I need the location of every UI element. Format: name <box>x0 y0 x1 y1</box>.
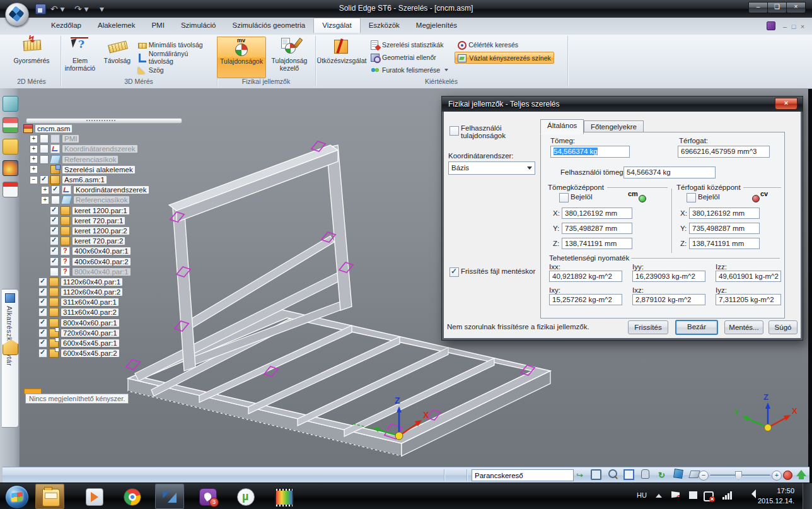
ixz-field[interactable]: 2,879102 kg-m^2 <box>632 294 705 305</box>
tree-item-assembly-features[interactable]: Szerelési alakelemek <box>23 165 187 175</box>
taskbar-utorrent-button[interactable] <box>231 484 260 509</box>
angle-button[interactable]: Szög <box>135 64 217 75</box>
tree-checkbox[interactable] <box>50 237 59 245</box>
parts-library-tab[interactable]: Alkatrészkönyvtár <box>2 289 19 428</box>
help-button[interactable]: Súgó <box>768 320 798 334</box>
zoom-area-icon[interactable] <box>590 469 602 481</box>
tree-item-part[interactable]: 400x60x40.par:2 <box>23 256 187 266</box>
volume-field[interactable]: 6966216,457959 mm^3 <box>678 146 770 158</box>
layers-icon[interactable] <box>3 96 18 112</box>
update-button[interactable]: Frissítés <box>628 320 668 334</box>
dialog-title-bar[interactable]: Fizikai jellemzők - Teljes szerelés × <box>442 97 803 112</box>
expander-icon[interactable] <box>30 135 38 143</box>
fit-icon[interactable] <box>623 469 635 481</box>
tray-clock[interactable]: 17:50 2015.12.14. <box>758 486 794 506</box>
interference-check-button[interactable]: Ütközésvizsgálat <box>315 37 368 76</box>
tree-item-part[interactable]: 800x40x60.par:1 <box>23 318 187 328</box>
sketch-constraint-colors-button[interactable]: Vázlat kényszerezés színek <box>455 52 554 64</box>
tree-item-part[interactable]: 720x60x40.par:1 <box>23 328 187 338</box>
tree-item-part[interactable]: 1120x60x40.par:2 <box>23 287 187 297</box>
network-icon[interactable] <box>722 491 734 500</box>
command-finder-input[interactable] <box>472 469 574 481</box>
taskbar-image-viewer-button[interactable] <box>269 484 298 509</box>
application-button[interactable] <box>5 3 29 26</box>
user-properties-checkbox[interactable] <box>450 126 459 136</box>
tab-megjelenites[interactable]: Megjelenítés <box>408 18 465 33</box>
zoom-in-icon[interactable]: + <box>772 471 782 481</box>
tab-kezdolap[interactable]: Kezdőlap <box>43 18 90 33</box>
taskbar-viber-button[interactable]: 3 <box>193 484 222 509</box>
ribbon-minimize-icon[interactable]: – <box>780 23 789 30</box>
tab-eszkozok[interactable]: Eszközök <box>361 18 408 33</box>
tree-item-refplanes[interactable]: Referenciasíkok <box>23 195 187 205</box>
expander-icon[interactable] <box>41 196 49 204</box>
expander-icon[interactable] <box>30 176 38 184</box>
tree-checkbox[interactable] <box>40 155 49 164</box>
cov-z-field[interactable]: 138,741191 mm <box>689 238 760 249</box>
tree-checkbox[interactable] <box>51 196 60 204</box>
zoom-icon[interactable] <box>606 469 618 481</box>
windows-update-icon[interactable] <box>689 491 697 499</box>
view-triad[interactable]: Z X Y <box>734 392 798 431</box>
user-mass-field[interactable]: 54,566374 kg <box>624 167 716 178</box>
tree-checkbox[interactable] <box>50 226 59 235</box>
taskbar-media-player-button[interactable] <box>79 484 108 509</box>
common-views-icon[interactable] <box>672 469 684 481</box>
expander-icon[interactable] <box>30 155 38 163</box>
show-desktop-button[interactable] <box>803 483 812 509</box>
geometry-inspector-button[interactable]: Geometriai ellenőr <box>368 52 451 62</box>
tab-general[interactable]: Általános <box>540 119 584 134</box>
tree-item-part[interactable]: 311x60x40.par:2 <box>23 307 187 317</box>
tree-item-part[interactable]: 311x60x40.par:1 <box>23 297 187 307</box>
tree-item-subassembly[interactable]: Asm6.asm:1 <box>23 175 187 185</box>
tree-checkbox[interactable] <box>50 267 59 276</box>
ribbon-close-icon[interactable]: × <box>798 23 807 30</box>
cov-mark-checkbox[interactable] <box>687 193 696 202</box>
refresh-view-icon[interactable]: ↪ <box>574 469 586 481</box>
tree-item-refplanes[interactable]: Referenciasíkok <box>23 155 187 165</box>
gauge-icon[interactable] <box>3 117 18 133</box>
undo-icon[interactable]: ↶ ▾ <box>50 3 65 15</box>
tree-item-csys[interactable]: Koordinátarendszerek <box>23 144 187 154</box>
hole-recognition-button[interactable]: Furatok felismerése <box>368 64 451 75</box>
tab-vizsgalat[interactable]: Vizsgálat <box>313 18 360 33</box>
save-icon[interactable] <box>35 4 46 15</box>
tree-item-part[interactable]: 400x60x40.par:1 <box>23 246 187 256</box>
tree-checkbox[interactable] <box>40 175 49 184</box>
expander-icon[interactable] <box>41 186 49 194</box>
rotate-icon[interactable]: ↻ <box>656 469 668 481</box>
power-icon[interactable]: ✕ <box>704 491 714 501</box>
tree-checkbox[interactable] <box>38 339 47 348</box>
expander-icon[interactable] <box>30 165 38 173</box>
update-on-save-checkbox[interactable] <box>450 267 459 277</box>
expander-icon[interactable] <box>30 145 38 153</box>
tree-item-part[interactable]: keret 1200.par:1 <box>23 206 187 216</box>
pathfinder-grip[interactable] <box>26 118 182 124</box>
tree-checkbox[interactable] <box>51 185 60 194</box>
ixx-field[interactable]: 40,921892 kg-m^2 <box>549 271 622 282</box>
tray-expand-icon[interactable] <box>656 494 662 498</box>
com-y-field[interactable]: 735,498287 mm <box>562 223 632 234</box>
assembly-statistics-button[interactable]: Szerelési statisztikák <box>368 39 451 50</box>
tab-szimulacios-geometria[interactable]: Szimulációs geometria <box>224 18 313 33</box>
tree-checkbox[interactable] <box>38 319 47 327</box>
chevron-down-icon[interactable] <box>444 69 448 71</box>
image-panel-icon[interactable] <box>3 160 18 176</box>
com-x-field[interactable]: 380,126192 mm <box>562 208 632 219</box>
quick-measure-button[interactable]: ↯ Gyorsmérés <box>11 37 52 76</box>
com-z-field[interactable]: 138,741191 mm <box>562 238 632 249</box>
tab-pmi[interactable]: PMI <box>143 18 172 33</box>
tree-item-part[interactable]: 600x45x45.par:2 <box>23 348 187 358</box>
distance-button[interactable]: Távolság <box>100 37 135 76</box>
iyz-field[interactable]: 7,311205 kg-m^2 <box>716 294 781 305</box>
tree-checkbox[interactable] <box>40 144 49 153</box>
record-icon[interactable] <box>783 471 792 480</box>
dialog-close-button[interactable]: × <box>775 98 798 110</box>
coordinate-system-select[interactable]: Bázis <box>448 161 535 175</box>
normal-distance-button[interactable]: Normálirányú távolság <box>135 52 217 62</box>
action-center-icon[interactable]: ✕ <box>671 491 680 499</box>
qat-customize-icon[interactable]: ▾ <box>100 3 104 15</box>
tree-checkbox[interactable] <box>38 329 47 337</box>
start-button[interactable] <box>5 485 29 509</box>
tree-checkbox[interactable] <box>50 257 59 266</box>
